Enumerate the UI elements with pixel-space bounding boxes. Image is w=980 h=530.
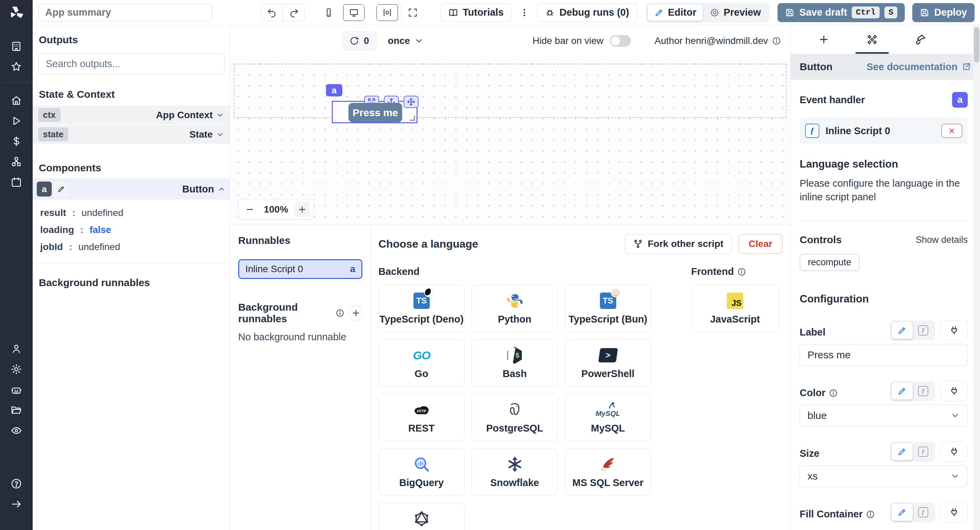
deploy-button[interactable]: Deploy <box>912 3 975 22</box>
runnable-item-selected[interactable]: Inline Script 0 a <box>238 259 363 279</box>
rail-item-favorites[interactable] <box>7 57 25 76</box>
fullwidth-layout-button[interactable] <box>401 4 423 21</box>
rail-item-resources[interactable] <box>7 153 25 171</box>
language-tile-go[interactable]: GO Go <box>379 339 465 386</box>
preview-tab[interactable]: Preview <box>703 5 768 21</box>
expression-mode-button[interactable]: ƒ <box>913 322 934 339</box>
component-props: result:undefined loading:false jobId:und… <box>33 200 230 255</box>
language-tile-mssql[interactable]: MS SQL Server <box>565 448 651 496</box>
language-tile-snowflake[interactable]: Snowflake <box>472 448 558 496</box>
app-summary-input[interactable] <box>38 4 212 21</box>
selected-component[interactable]: a Press me <box>332 101 417 123</box>
save-draft-button[interactable]: Save draft Ctrl S <box>778 3 905 22</box>
color-field-name: Color <box>800 387 826 399</box>
field-label: Label ƒ <box>800 320 968 366</box>
fork-other-script-button[interactable]: Fork other script <box>625 234 732 254</box>
tutorials-button[interactable]: Tutorials <box>441 3 511 22</box>
static-mode-button[interactable] <box>891 504 913 521</box>
rail-item-workspace[interactable] <box>7 37 25 56</box>
language-tile-typescript-deno[interactable]: TS TypeScript (Deno) <box>379 285 465 332</box>
rail-item-workers[interactable] <box>7 380 25 399</box>
debug-runs-button[interactable]: Debug runs (0) <box>537 3 637 22</box>
mobile-view-button[interactable] <box>318 4 340 21</box>
component-row-button[interactable]: a Button <box>33 179 230 200</box>
windmill-logo[interactable] <box>8 5 25 22</box>
language-tile-graphql[interactable]: GraphQL <box>379 503 465 530</box>
language-tile-powershell[interactable]: > PowerShell <box>565 339 651 386</box>
prop-jobid[interactable]: jobId:undefined <box>40 238 230 255</box>
canvas-grid-container[interactable]: a Press me <box>234 64 787 118</box>
center-layout-button[interactable] <box>376 4 398 21</box>
tab-styling[interactable] <box>902 25 939 54</box>
rail-item-runs[interactable] <box>7 112 25 130</box>
context-row-ctx[interactable]: ctx App Context <box>33 105 230 125</box>
size-select[interactable]: xs <box>800 465 968 487</box>
plug-icon <box>950 326 959 335</box>
rail-item-users[interactable] <box>7 340 25 358</box>
button-component[interactable]: Press me <box>348 103 402 122</box>
undo-button[interactable] <box>261 5 283 21</box>
add-background-runnable-button[interactable] <box>349 305 363 321</box>
person-icon <box>11 343 22 354</box>
refresh-count-button[interactable]: 0 <box>342 31 376 50</box>
more-menu-button[interactable] <box>517 3 532 22</box>
language-tile-javascript[interactable]: JS JavaScript <box>691 285 779 332</box>
see-documentation-link[interactable]: See documentation <box>867 61 972 73</box>
connect-button[interactable] <box>940 502 968 522</box>
static-mode-button[interactable] <box>891 322 913 339</box>
language-tile-postgresql[interactable]: PostgreSQL <box>472 394 558 441</box>
clear-button[interactable]: Clear <box>739 234 782 254</box>
refresh-mode-dropdown[interactable]: once <box>388 35 424 46</box>
app-canvas[interactable]: a Press me 100% <box>230 57 791 224</box>
rail-collapse-button[interactable] <box>7 495 25 513</box>
redo-button[interactable] <box>283 5 305 21</box>
tab-component-settings[interactable] <box>854 25 890 54</box>
rail-item-schedules[interactable] <box>7 173 25 192</box>
rail-item-home[interactable] <box>7 91 25 110</box>
connect-button[interactable] <box>940 320 968 341</box>
language-tile-bash[interactable]: $ Bash <box>472 339 558 386</box>
language-tile-bigquery[interactable]: BigQuery <box>379 448 465 496</box>
resize-handle[interactable] <box>410 115 415 121</box>
language-tile-typescript-bun[interactable]: TS TypeScript (Bun) <box>565 285 651 332</box>
rail-item-audit[interactable] <box>7 421 25 440</box>
static-mode-button[interactable] <box>891 383 913 399</box>
language-tile-mysql[interactable]: MySQL MySQL <box>565 394 651 441</box>
choose-language-title: Choose a language <box>379 238 478 251</box>
inline-script-row[interactable]: ƒ Inline Script 0 <box>800 118 968 144</box>
recompute-chip[interactable]: recompute <box>800 254 859 271</box>
hide-bar-toggle[interactable] <box>610 35 631 47</box>
connect-button[interactable] <box>940 381 968 401</box>
tab-insert-component[interactable] <box>806 25 842 54</box>
no-background-runnable-text: No background runnable <box>238 331 363 343</box>
expression-mode-button[interactable]: ƒ <box>913 443 934 460</box>
runnable-badge: a <box>350 263 355 275</box>
prop-result[interactable]: result:undefined <box>40 204 230 221</box>
label-value-input[interactable] <box>800 344 968 366</box>
plug-icon <box>950 447 959 457</box>
desktop-view-button[interactable] <box>343 4 365 21</box>
expression-mode-button[interactable]: ƒ <box>913 504 934 521</box>
rail-item-help[interactable] <box>7 474 25 493</box>
prop-loading[interactable]: loading:false <box>40 221 230 238</box>
static-mode-button[interactable] <box>891 443 913 460</box>
show-details-link[interactable]: Show details <box>916 235 968 245</box>
scrollbar-thumb[interactable] <box>974 27 979 63</box>
rename-component-button[interactable] <box>54 182 69 196</box>
move-handle[interactable] <box>404 96 418 108</box>
zoom-out-button[interactable] <box>242 202 258 217</box>
search-outputs-input[interactable] <box>38 53 224 74</box>
rail-item-settings[interactable] <box>7 360 25 378</box>
context-row-state[interactable]: state State <box>33 125 230 144</box>
color-select[interactable]: blue <box>800 405 968 426</box>
remove-script-button[interactable] <box>941 124 962 138</box>
language-tile-python[interactable]: Python <box>472 285 558 332</box>
rail-item-folders[interactable] <box>7 401 25 419</box>
connect-button[interactable] <box>940 441 968 462</box>
expression-mode-button[interactable]: ƒ <box>913 383 934 399</box>
plus-icon <box>298 205 307 214</box>
rail-item-variables[interactable] <box>7 132 25 150</box>
zoom-in-button[interactable] <box>294 202 310 217</box>
editor-tab[interactable]: Editor <box>648 5 703 21</box>
language-tile-rest[interactable]: HTTP REST <box>379 394 465 441</box>
